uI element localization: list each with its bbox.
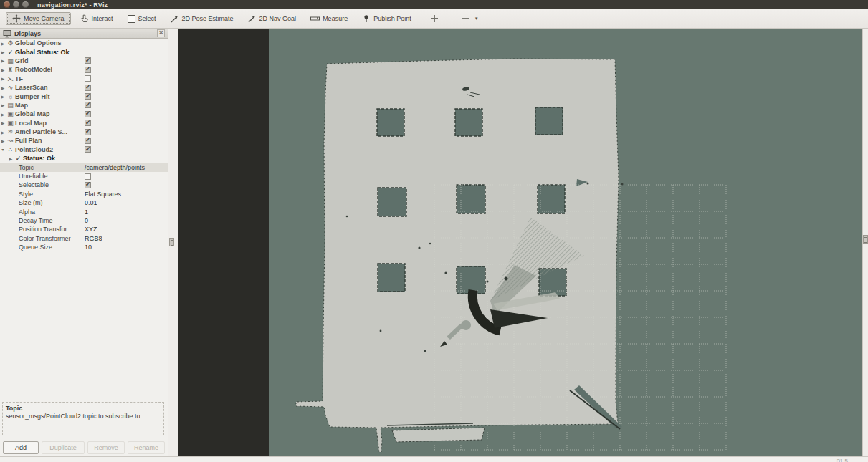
topic-value[interactable]: /camera/depth/points [85, 164, 145, 171]
move-camera-icon [12, 14, 21, 23]
row-robotmodel[interactable]: ▶ ♜ RobotModel [0, 65, 168, 74]
expand-arrow-icon[interactable]: ▶ [0, 103, 6, 107]
particles-icon: ≋ [6, 128, 15, 135]
row-global-status[interactable]: ▶ ✓ Global Status: Ok [0, 47, 168, 56]
row-pointcloud-status[interactable]: ▶ ✓ Status: Ok [0, 154, 168, 163]
expand-arrow-icon[interactable]: ▶ [0, 112, 6, 116]
row-full-plan[interactable]: ▶ ↝ Full Plan [0, 136, 168, 145]
visibility-checkbox[interactable] [85, 57, 91, 64]
expand-arrow-icon[interactable]: ▶ [8, 156, 14, 160]
title-bar[interactable]: navigation.rviz* - RViz [0, 0, 868, 9]
remove-tool-button[interactable]: ▼ [457, 12, 484, 25]
interact-tool[interactable]: Interact [75, 12, 118, 25]
row-local-map[interactable]: ▶ ▣ Local Map [0, 119, 168, 127]
add-tool-button[interactable] [425, 12, 444, 25]
visibility-checkbox[interactable] [85, 138, 91, 144]
expand-arrow-icon[interactable]: ▶ [0, 77, 6, 81]
tool-label: Interact [92, 15, 113, 22]
gear-icon: ⚙ [6, 39, 15, 47]
visibility-checkbox[interactable] [85, 146, 91, 153]
visibility-checkbox[interactable] [85, 120, 91, 126]
remove-button[interactable]: Remove [87, 441, 125, 454]
property-help-box: Topic sensor_msgs/PointCloud2 topic to s… [2, 402, 164, 435]
visibility-checkbox[interactable] [85, 67, 91, 73]
collapse-arrow-icon[interactable]: ▼ [0, 148, 6, 151]
3d-viewport[interactable] [178, 29, 862, 456]
alpha-value[interactable]: 1 [85, 208, 88, 216]
row-tf[interactable]: ▶ ⋋ TF [0, 74, 168, 83]
property-row-selectable[interactable]: Selectable [0, 181, 168, 189]
row-global-map[interactable]: ▶ ▣ Global Map [0, 110, 168, 118]
unreliable-checkbox[interactable] [85, 173, 91, 180]
duplicate-button[interactable]: Duplicate [42, 441, 85, 454]
publish-point-tool[interactable]: Publish Point [357, 12, 416, 25]
splitter-grip-icon[interactable] [169, 238, 174, 246]
laser-scan-icon: ∿ [6, 84, 15, 91]
expand-arrow-icon[interactable]: ▶ [0, 94, 6, 98]
visibility-checkbox[interactable] [85, 129, 91, 135]
property-row-decay[interactable]: Decay Time 0 [0, 216, 168, 225]
expand-arrow-icon[interactable]: ▶ [0, 41, 6, 45]
visibility-checkbox[interactable] [85, 102, 91, 108]
property-row-style[interactable]: Style Flat Squares [0, 190, 168, 198]
right-splitter[interactable] [862, 29, 868, 456]
property-row-queue-size[interactable]: Queue Size 10 [0, 243, 168, 251]
expand-arrow-icon[interactable]: ▶ [0, 59, 6, 63]
position-transformer-value[interactable]: XYZ [85, 226, 97, 233]
displays-panel-header[interactable]: Displays ✕ [0, 29, 168, 39]
move-camera-tool[interactable]: Move Camera [6, 12, 71, 25]
path-icon: ↝ [6, 137, 15, 144]
selectable-checkbox[interactable] [85, 182, 91, 188]
color-transformer-value[interactable]: RGB8 [85, 235, 102, 242]
decay-value[interactable]: 0 [85, 217, 88, 224]
plus-icon [430, 14, 439, 23]
property-row-topic[interactable]: Topic /camera/depth/points [0, 163, 168, 171]
displays-panel: Displays ✕ ▶ ⚙ Global Options ▶ ✓ Global… [0, 29, 168, 456]
size-value[interactable]: 0.01 [85, 199, 97, 206]
viewport-background [178, 29, 269, 456]
pose-estimate-tool[interactable]: 2D Pose Estimate [166, 12, 239, 25]
queue-size-value[interactable]: 10 [85, 244, 92, 251]
row-bumper-hit[interactable]: ▶ ☼ Bumper Hit [0, 92, 168, 100]
measure-tool[interactable]: Measure [305, 12, 353, 25]
add-button[interactable]: Add [3, 441, 39, 454]
row-grid[interactable]: ▶ ▦ Grid [0, 57, 168, 65]
style-value[interactable]: Flat Squares [85, 191, 121, 198]
3d-scene [178, 29, 862, 456]
rename-button[interactable]: Rename [128, 441, 165, 454]
check-icon: ✓ [6, 49, 15, 56]
expand-arrow-icon[interactable]: ▶ [0, 121, 6, 125]
nav-goal-tool[interactable]: 2D Nav Goal [243, 12, 302, 25]
row-map[interactable]: ▶ ▤ Map [0, 101, 168, 110]
check-icon: ✓ [14, 155, 23, 162]
visibility-checkbox[interactable] [85, 111, 91, 117]
property-row-position-transformer[interactable]: Position Transfor... XYZ [0, 225, 168, 234]
visibility-checkbox[interactable] [85, 93, 91, 100]
close-icon[interactable] [4, 1, 10, 8]
expand-arrow-icon[interactable]: ▶ [0, 67, 6, 72]
expand-arrow-icon[interactable]: ▶ [0, 130, 6, 134]
expand-arrow-icon[interactable]: ▶ [0, 85, 6, 90]
row-amcl-particles[interactable]: ▶ ≋ Amcl Particle S... [0, 127, 168, 136]
expand-arrow-icon[interactable]: ▶ [0, 138, 6, 143]
splitter-grip-icon[interactable] [863, 235, 868, 244]
minimize-icon[interactable] [13, 1, 19, 8]
row-global-options[interactable]: ▶ ⚙ Global Options [0, 39, 168, 47]
fps-readout: 31.5 [836, 458, 848, 462]
folder-icon: ▣ [6, 110, 15, 117]
visibility-checkbox[interactable] [85, 75, 91, 82]
maximize-icon[interactable] [22, 1, 29, 8]
row-laserscan[interactable]: ▶ ∿ LaserScan [0, 83, 168, 92]
property-row-alpha[interactable]: Alpha 1 [0, 207, 168, 216]
select-tool[interactable]: Select [123, 13, 161, 25]
expand-arrow-icon[interactable]: ▶ [0, 49, 6, 54]
axes-icon: ⋋ [6, 75, 15, 82]
property-row-unreliable[interactable]: Unreliable [0, 172, 168, 181]
visibility-checkbox[interactable] [85, 85, 91, 91]
chevron-down-icon: ▼ [474, 16, 479, 21]
folder-icon: ▣ [6, 120, 15, 127]
close-icon[interactable]: ✕ [157, 29, 165, 37]
property-row-color-transformer[interactable]: Color Transformer RGB8 [0, 234, 168, 243]
row-pointcloud2[interactable]: ▼ ∴ PointCloud2 [0, 145, 168, 154]
property-row-size[interactable]: Size (m) 0.01 [0, 198, 168, 207]
